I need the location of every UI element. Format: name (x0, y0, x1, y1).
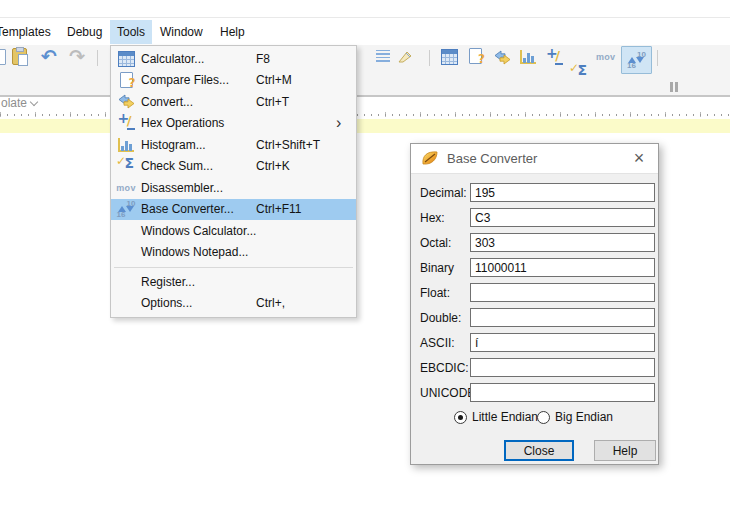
base-converter-icon: 1016 (111, 200, 141, 218)
toolbar-separator (657, 50, 658, 66)
menu-item-label: Windows Notepad... (141, 245, 256, 259)
field-row: Double: (411, 308, 658, 328)
dialog-title: Base Converter (447, 151, 537, 166)
float-label: Float: (420, 286, 450, 300)
menu-item-base-converter[interactable]: 1016 Base Converter... Ctrl+F11 (111, 199, 356, 221)
menubar-item-debug[interactable]: Debug (67, 20, 102, 44)
base10-text: 10 (127, 199, 136, 208)
hex-operations-icon[interactable] (546, 51, 563, 66)
pause-icon (668, 81, 680, 93)
big-endian-label[interactable]: Big Endian (555, 410, 613, 424)
base10-text: 10 (637, 50, 646, 59)
menubar-item-window[interactable]: Window (160, 20, 203, 44)
menu-item-shortcut: Ctrl+T (256, 95, 356, 109)
base-converter-icon[interactable]: 1016 (621, 46, 652, 74)
menu-item-options[interactable]: Options... Ctrl+, (111, 293, 356, 315)
menu-item-label: Histogram... (141, 138, 256, 152)
menu-item-label: Compare Files... (141, 73, 256, 87)
unicode-input[interactable] (470, 383, 655, 402)
menu-item-register[interactable]: Register... (111, 271, 356, 293)
paste-icon[interactable] (12, 48, 27, 65)
redo-icon (69, 45, 85, 67)
menu-item-hex-operations[interactable]: Hex Operations (111, 113, 356, 135)
menu-item-label: Base Converter... (141, 202, 256, 216)
menu-item-calculator[interactable]: Calculator... F8 (111, 48, 356, 70)
little-endian-label[interactable]: Little Endian (472, 410, 538, 424)
menu-item-label: Register... (141, 275, 256, 289)
menu-item-label: Calculator... (141, 52, 256, 66)
toolbar-separator (429, 50, 430, 66)
hex-label: Hex: (420, 211, 445, 225)
submenu-arrow-icon (336, 116, 356, 130)
double-input[interactable] (470, 308, 655, 327)
field-row: Octal: (411, 233, 658, 253)
close-button[interactable]: Close (504, 440, 574, 461)
binary-input[interactable] (470, 258, 655, 277)
field-row: UNICODE: (411, 383, 658, 403)
menu-item-convert[interactable]: Convert... Ctrl+T (111, 91, 356, 113)
menu-item-windows-calculator[interactable]: Windows Calculator... (111, 220, 356, 242)
menu-item-check-sum[interactable]: Check Sum... Ctrl+K (111, 156, 356, 178)
toolbar-separator (97, 50, 98, 66)
calculator-icon (111, 51, 141, 67)
undo-icon[interactable] (41, 45, 57, 67)
menu-item-label: Hex Operations (141, 116, 256, 130)
base-converter-dialog: Base Converter Decimal: Hex: Octal: Bina… (410, 143, 659, 465)
decimal-label: Decimal: (420, 186, 467, 200)
field-row: Binary (411, 258, 658, 278)
menu-item-compare-files[interactable]: Compare Files... Ctrl+M (111, 70, 356, 92)
menu-item-windows-notepad[interactable]: Windows Notepad... (111, 242, 356, 264)
decimal-input[interactable] (470, 183, 655, 202)
octal-input[interactable] (470, 233, 655, 252)
compare-files-icon[interactable] (469, 48, 482, 64)
menu-item-shortcut: Ctrl+M (256, 73, 356, 87)
octal-label: Octal: (420, 236, 451, 250)
menubar-item-tools[interactable]: Tools (110, 20, 152, 44)
menu-item-label: Windows Calculator... (141, 224, 256, 238)
copy-icon[interactable] (0, 49, 6, 65)
convert-icon (111, 94, 141, 109)
double-label: Double: (420, 311, 461, 325)
hex-input[interactable] (470, 208, 655, 227)
template-tab-label: olate (1, 96, 27, 110)
menu-item-histogram[interactable]: Histogram... Ctrl+Shift+T (111, 134, 356, 156)
calculator-icon[interactable] (441, 49, 458, 65)
menu-separator (111, 263, 356, 271)
ascii-label: ASCII: (420, 336, 455, 350)
check-sum-icon[interactable] (571, 65, 587, 81)
menu-item-label: Check Sum... (141, 159, 256, 173)
menu-item-disassembler[interactable]: mov Disassembler... (111, 177, 356, 199)
menu-item-shortcut: Ctrl+F11 (256, 202, 356, 216)
ebcdic-input[interactable] (470, 358, 655, 377)
app-window: Templates Debug Tools Window Help mov 10… (0, 0, 730, 521)
help-button[interactable]: Help (594, 440, 656, 461)
close-icon[interactable] (624, 146, 654, 170)
dialog-titlebar[interactable]: Base Converter (411, 144, 658, 174)
ebcdic-label: EBCDIC: (420, 361, 469, 375)
float-input[interactable] (470, 283, 655, 302)
menubar-item-templates[interactable]: Templates (0, 20, 51, 44)
template-tab[interactable]: olate (1, 96, 37, 111)
address-list-icon[interactable] (376, 50, 390, 63)
menu-item-shortcut: F8 (256, 52, 356, 66)
menubar-item-help[interactable]: Help (220, 20, 245, 44)
chevron-down-icon[interactable] (30, 98, 38, 106)
tools-menu: Calculator... F8 Compare Files... Ctrl+M… (110, 45, 357, 318)
check-sum-icon (111, 158, 141, 174)
field-row: Hex: (411, 208, 658, 228)
field-row: Float: (411, 283, 658, 303)
menu-item-shortcut: Ctrl+Shift+T (256, 138, 356, 152)
menu-item-shortcut: Ctrl+, (256, 296, 356, 310)
little-endian-radio[interactable] (454, 411, 467, 424)
menu-bar: Templates Debug Tools Window Help (0, 18, 730, 45)
histogram-icon[interactable] (519, 49, 537, 65)
app-logo-icon (421, 150, 439, 170)
convert-icon[interactable] (493, 50, 512, 65)
highlighter-icon[interactable] (397, 48, 415, 64)
big-endian-radio[interactable] (537, 411, 550, 424)
disassembler-icon[interactable]: mov (596, 52, 615, 62)
menu-item-shortcut: Ctrl+K (256, 159, 356, 173)
histogram-icon (111, 137, 141, 153)
ascii-input[interactable] (470, 333, 655, 352)
menu-item-label: Options... (141, 296, 256, 310)
